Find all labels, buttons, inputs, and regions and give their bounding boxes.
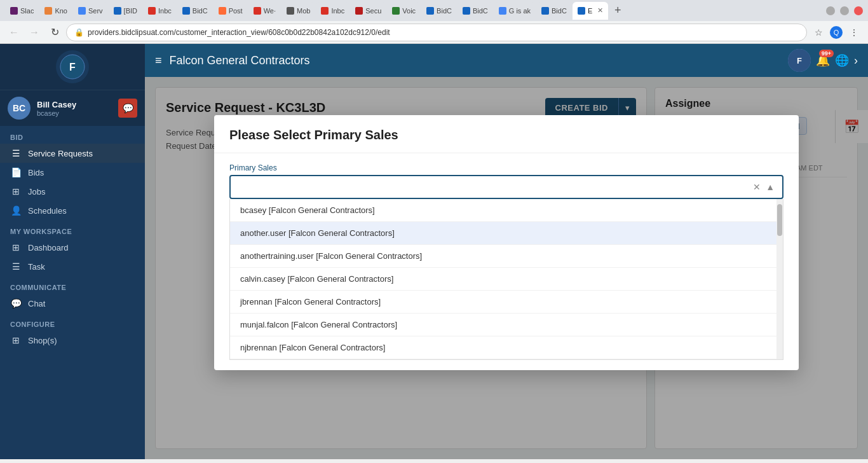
tab-slack[interactable]: Slac <box>5 2 39 20</box>
scrollbar-thumb[interactable] <box>777 204 782 236</box>
schedules-icon: 👤 <box>10 205 22 216</box>
tab-active[interactable]: E ✕ <box>573 2 608 20</box>
service-requests-icon: ☰ <box>10 148 22 158</box>
chat-icon[interactable]: 💬 <box>118 99 137 118</box>
sidebar-item-jobs[interactable]: ⊞ Jobs <box>0 182 145 201</box>
navbar-avatar: F <box>788 49 811 72</box>
sidebar-item-bids[interactable]: 📄 Bids <box>0 163 145 182</box>
tab-bidc3[interactable]: BidC <box>458 2 493 20</box>
clear-icon[interactable]: ✕ <box>750 182 763 192</box>
sidebar-section-workspace: My Workspace ⊞ Dashboard ☰ Task <box>0 220 145 276</box>
shops-icon: ⊞ <box>10 335 22 345</box>
dropdown-item-jbrennan[interactable]: jbrennan [Falcon General Contractors] <box>230 291 783 314</box>
dropdown-item-munjal[interactable]: munjal.falcon [Falcon General Contractor… <box>230 314 783 336</box>
scrollbar-track <box>776 199 783 359</box>
svg-text:F: F <box>69 62 76 73</box>
bids-icon: 📄 <box>10 167 22 177</box>
jobs-icon: ⊞ <box>10 186 22 197</box>
tab-post[interactable]: Post <box>214 2 248 20</box>
content-area: Service Request - KC3L3D CREATE BID ▾ Se… <box>145 77 868 459</box>
modal-overlay: Please Select Primary Sales Primary Sale… <box>145 77 868 459</box>
dropdown-item-another[interactable]: another.user [Falcon General Contractors… <box>230 222 783 245</box>
sidebar-item-service-requests[interactable]: ☰ Service Requests <box>0 144 145 163</box>
main-content: ≡ Falcon General Contractors F 🔔 99+ 🌐 › <box>145 44 868 459</box>
notification-icon[interactable]: 🔔 99+ <box>816 53 830 67</box>
star-icon[interactable]: ☆ <box>810 24 827 41</box>
close-window-button[interactable] <box>854 6 863 15</box>
tab-bidclips[interactable]: BidC <box>177 2 213 20</box>
sidebar-item-schedules[interactable]: 👤 Schedules <box>0 201 145 220</box>
primary-sales-search-input[interactable] <box>236 183 750 192</box>
nav-icons: ☆ Q ⋮ <box>810 24 863 41</box>
tab-close-icon[interactable]: ✕ <box>597 6 603 15</box>
tab-slack-title: Slac <box>20 7 34 15</box>
modal-title: Please Select Primary Sales <box>229 128 783 142</box>
dropdown-item-bcasey[interactable]: bcasey [Falcon General Contractors] <box>230 199 783 222</box>
sidebar-item-shops[interactable]: ⊞ Shop(s) <box>0 331 145 350</box>
sidebar-item-chat[interactable]: 💬 Chat <box>0 294 145 313</box>
address-bar[interactable]: 🔒 providers.bidclipsuat.com/customer_int… <box>66 24 807 41</box>
forward-button[interactable]: → <box>25 24 43 41</box>
search-input-container: ✕ ▲ <box>229 175 783 199</box>
task-icon: ☰ <box>10 261 22 272</box>
tab-bid1[interactable]: [BID <box>109 2 142 20</box>
dropdown-item-njbrennan[interactable]: njbrennan [Falcon General Contractors] <box>230 336 783 359</box>
chat-nav-icon: 💬 <box>10 298 22 308</box>
browser-tab-bar: Slac Kno Serv [BID Inbc BidC Post We∙ <box>0 0 868 21</box>
user-avatar: BC <box>8 97 31 120</box>
tab-goog[interactable]: G is ak <box>494 2 536 20</box>
bids-label: Bids <box>28 168 44 177</box>
logo-svg: F <box>60 54 85 79</box>
tab-bidc2[interactable]: BidC <box>421 2 457 20</box>
sidebar-section-bid: Bid ☰ Service Requests 📄 Bids ⊞ Jobs 👤 S… <box>0 126 145 220</box>
new-tab-button[interactable]: + <box>609 2 627 20</box>
sidebar-item-dashboard[interactable]: ⊞ Dashboard <box>0 238 145 257</box>
tab-serv[interactable]: Serv <box>73 2 108 20</box>
chevron-up-icon[interactable]: ▲ <box>763 182 777 192</box>
sidebar-section-communicate: Communicate 💬 Chat <box>0 276 145 313</box>
tab-mob[interactable]: Mob <box>281 2 315 20</box>
dashboard-label: Dashboard <box>28 243 69 252</box>
section-label-bid: Bid <box>0 126 145 144</box>
schedules-label: Schedules <box>28 206 67 216</box>
chevron-right-icon[interactable]: › <box>854 54 858 67</box>
svg-text:F: F <box>797 56 802 66</box>
tab-gmail1[interactable]: Inbc <box>143 2 177 20</box>
maximize-button[interactable] <box>840 6 849 15</box>
dropdown-list: bcasey [Falcon General Contractors] anot… <box>229 199 783 360</box>
modal-dialog: Please Select Primary Sales Primary Sale… <box>214 115 799 370</box>
sidebar-item-task[interactable]: ☰ Task <box>0 257 145 276</box>
shops-label: Shop(s) <box>28 336 57 345</box>
tab-gmail2[interactable]: Inbc <box>316 2 349 20</box>
tab-kno[interactable]: Kno <box>39 2 72 20</box>
tab-voic[interactable]: Voic <box>387 2 421 20</box>
user-info: Bill Casey bcasey <box>37 100 112 117</box>
minimize-button[interactable] <box>826 6 835 15</box>
top-navbar: ≡ Falcon General Contractors F 🔔 99+ 🌐 › <box>145 44 868 77</box>
dropdown-item-calvin[interactable]: calvin.casey [Falcon General Contractors… <box>230 268 783 291</box>
user-id: bcasey <box>37 109 112 117</box>
tab-secu[interactable]: Secu <box>350 2 386 20</box>
service-requests-label: Service Requests <box>28 149 93 158</box>
tab-bidc4[interactable]: BidC <box>536 2 572 20</box>
tab-we[interactable]: We∙ <box>248 2 281 20</box>
navbar-icons: F 🔔 99+ 🌐 › <box>788 49 858 72</box>
sidebar: F BC Bill Casey bcasey 💬 Bid ☰ Service R… <box>0 44 145 459</box>
menu-icon[interactable]: ⋮ <box>845 24 863 41</box>
url-text: providers.bidclipsuat.com/customer_inter… <box>88 28 390 37</box>
sidebar-section-configure: Configure ⊞ Shop(s) <box>0 313 145 350</box>
navbar-logo-svg: F <box>788 49 811 72</box>
globe-icon[interactable]: 🌐 <box>835 53 849 67</box>
back-button[interactable]: ← <box>5 24 23 41</box>
modal-header: Please Select Primary Sales <box>214 115 799 153</box>
section-label-configure: Configure <box>0 313 145 331</box>
browser-nav-bar: ← → ↻ 🔒 providers.bidclipsuat.com/custom… <box>0 21 868 44</box>
hamburger-icon[interactable]: ≡ <box>155 54 162 67</box>
user-name: Bill Casey <box>37 100 112 109</box>
section-label-communicate: Communicate <box>0 276 145 294</box>
dropdown-item-anothertraining[interactable]: anothertraining.user [Falcon General Con… <box>230 245 783 268</box>
reload-button[interactable]: ↻ <box>46 24 64 41</box>
jobs-label: Jobs <box>28 187 45 197</box>
profile-icon[interactable]: Q <box>830 26 843 39</box>
notification-badge: 99+ <box>819 50 834 57</box>
